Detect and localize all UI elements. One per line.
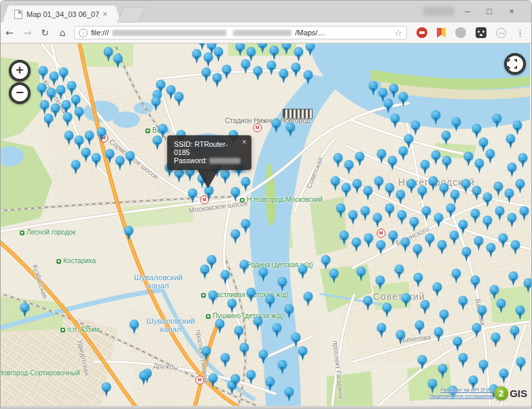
map-pin[interactable] bbox=[63, 112, 73, 129]
map-pin[interactable] bbox=[241, 59, 251, 76]
map-pin[interactable] bbox=[265, 294, 275, 311]
map-pin[interactable] bbox=[458, 353, 468, 370]
map-pin[interactable] bbox=[516, 357, 526, 374]
map-pin[interactable] bbox=[376, 240, 386, 257]
map-pin[interactable] bbox=[382, 303, 392, 320]
map-pin[interactable] bbox=[101, 382, 111, 399]
map-pin[interactable] bbox=[499, 369, 509, 386]
new-tab-button[interactable] bbox=[117, 7, 145, 22]
back-icon[interactable]: ← bbox=[1, 27, 18, 38]
map-pin[interactable] bbox=[406, 179, 416, 196]
map-pin[interactable] bbox=[507, 163, 517, 180]
forward-icon[interactable]: → bbox=[18, 27, 36, 38]
map-pin[interactable] bbox=[241, 177, 251, 194]
map-pin[interactable] bbox=[428, 176, 438, 193]
attribution-links[interactable]: Работает на API 2ГИС Лицензионное соглаш… bbox=[429, 387, 493, 399]
map-pin[interactable] bbox=[523, 278, 532, 295]
home-icon[interactable]: ⌂ bbox=[54, 27, 71, 38]
map-pin[interactable] bbox=[221, 65, 232, 82]
map-pin[interactable] bbox=[37, 83, 47, 100]
map-pin[interactable] bbox=[239, 260, 249, 277]
map-pin[interactable] bbox=[507, 213, 517, 230]
api-attribution-link[interactable]: Работает на API 2ГИС bbox=[429, 387, 493, 393]
map-pin[interactable] bbox=[284, 304, 294, 321]
map-pin[interactable] bbox=[417, 186, 427, 203]
2gis-logo[interactable]: 2 GIS bbox=[494, 386, 527, 400]
map-pin[interactable] bbox=[303, 70, 313, 87]
map-pin[interactable] bbox=[103, 47, 113, 64]
map-pin[interactable] bbox=[482, 216, 493, 233]
fullscreen-button[interactable] bbox=[504, 53, 526, 75]
map-pin[interactable] bbox=[351, 237, 361, 254]
map-pin[interactable] bbox=[174, 92, 184, 109]
map-pin[interactable] bbox=[409, 217, 419, 234]
map-pin[interactable] bbox=[363, 186, 373, 203]
map-pin[interactable] bbox=[208, 290, 218, 307]
map-pin[interactable] bbox=[246, 288, 256, 305]
map-pin[interactable] bbox=[458, 296, 468, 313]
map-pin[interactable] bbox=[330, 176, 340, 193]
map-pin[interactable] bbox=[420, 300, 430, 317]
map-pin[interactable] bbox=[492, 114, 502, 131]
window-maximize-button[interactable]: □ bbox=[479, 3, 499, 20]
browser-tab[interactable]: Map 01_34_03 06_07_201 × bbox=[10, 5, 113, 22]
map-pin[interactable] bbox=[421, 206, 431, 223]
tooltip-close-icon[interactable]: × bbox=[242, 138, 247, 146]
map-pin[interactable] bbox=[355, 152, 365, 169]
map-pin[interactable] bbox=[220, 270, 230, 287]
map-pin[interactable] bbox=[395, 330, 406, 347]
map-pin[interactable] bbox=[71, 160, 81, 177]
map-pin[interactable] bbox=[220, 353, 230, 370]
map-pin[interactable] bbox=[201, 67, 211, 84]
map-pin[interactable] bbox=[498, 233, 508, 250]
map-pin[interactable] bbox=[74, 107, 84, 124]
bookmark-star-icon[interactable]: ☆ bbox=[394, 28, 402, 38]
map-pin[interactable] bbox=[152, 135, 162, 152]
map-pin[interactable] bbox=[96, 127, 107, 144]
map-pin[interactable] bbox=[341, 183, 351, 200]
map-pin[interactable] bbox=[518, 153, 528, 170]
map-pin[interactable] bbox=[486, 243, 496, 260]
map-pin[interactable] bbox=[387, 156, 397, 173]
map-pin[interactable] bbox=[272, 323, 282, 340]
map-pin[interactable] bbox=[200, 264, 210, 281]
map-pin[interactable] bbox=[230, 374, 241, 391]
map-pin[interactable] bbox=[105, 149, 115, 166]
map-pin[interactable] bbox=[151, 97, 161, 114]
map-pin[interactable] bbox=[433, 213, 444, 230]
map-pin[interactable] bbox=[339, 230, 349, 247]
map-pin[interactable] bbox=[38, 66, 48, 83]
map-pin[interactable] bbox=[213, 47, 224, 64]
map-pin[interactable] bbox=[192, 49, 202, 66]
map-pin[interactable] bbox=[139, 371, 149, 388]
map-pin[interactable] bbox=[376, 149, 387, 166]
map-pin[interactable] bbox=[64, 131, 74, 148]
map-pin[interactable] bbox=[363, 233, 374, 250]
map-pin[interactable] bbox=[510, 240, 520, 257]
map-pin[interactable] bbox=[437, 240, 447, 257]
map-pin[interactable] bbox=[265, 377, 275, 394]
map-pin[interactable] bbox=[20, 303, 30, 320]
map-pin[interactable] bbox=[394, 264, 404, 281]
map-pin[interactable] bbox=[241, 219, 251, 236]
map-pin[interactable] bbox=[360, 206, 370, 223]
map-pin[interactable] bbox=[363, 296, 373, 313]
map-pin[interactable] bbox=[433, 327, 444, 344]
map-pin[interactable] bbox=[348, 210, 358, 227]
map-pin[interactable] bbox=[113, 54, 123, 71]
page-info-icon[interactable]: i bbox=[79, 29, 88, 37]
map-pin[interactable] bbox=[446, 203, 456, 220]
map-pin[interactable] bbox=[491, 332, 501, 349]
map-pin[interactable] bbox=[385, 203, 395, 220]
map-pin[interactable] bbox=[84, 131, 94, 148]
map-pin[interactable] bbox=[234, 326, 244, 343]
tab-close-icon[interactable]: × bbox=[103, 10, 107, 19]
map-pin[interactable] bbox=[125, 151, 135, 168]
map-pin[interactable] bbox=[395, 190, 406, 207]
map-pin[interactable] bbox=[412, 244, 423, 261]
map-pin[interactable] bbox=[449, 230, 459, 247]
map-pin[interactable] bbox=[463, 152, 474, 169]
map-pin[interactable] bbox=[227, 298, 237, 315]
map-pin[interactable] bbox=[474, 158, 484, 175]
map-pin[interactable] bbox=[472, 186, 482, 203]
